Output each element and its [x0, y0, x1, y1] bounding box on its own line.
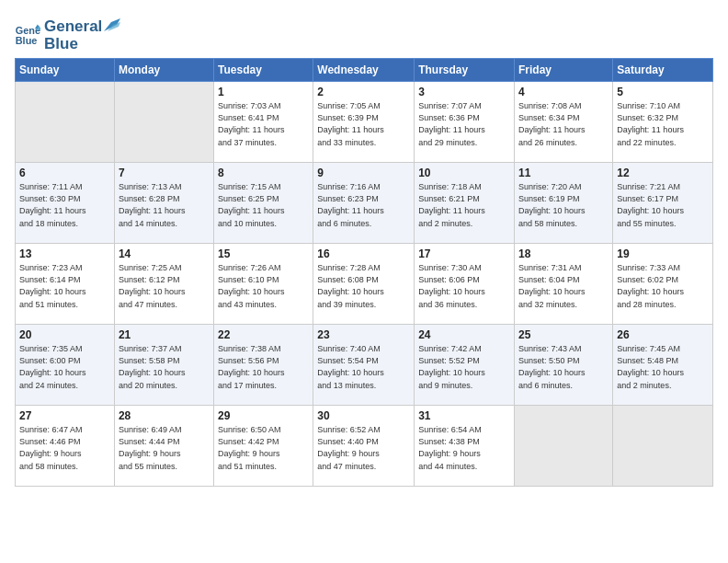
day-detail: Sunrise: 7:38 AM Sunset: 5:56 PM Dayligh…	[218, 343, 309, 391]
day-cell: 9Sunrise: 7:16 AM Sunset: 6:23 PM Daylig…	[313, 163, 415, 244]
day-number: 12	[617, 167, 709, 179]
day-detail: Sunrise: 6:52 AM Sunset: 4:40 PM Dayligh…	[317, 424, 410, 472]
day-cell	[114, 82, 213, 163]
day-cell: 13Sunrise: 7:23 AM Sunset: 6:14 PM Dayli…	[16, 244, 115, 325]
day-cell: 24Sunrise: 7:42 AM Sunset: 5:52 PM Dayli…	[415, 325, 515, 406]
day-number: 23	[317, 328, 410, 341]
weekday-header-saturday: Saturday	[613, 59, 713, 82]
day-cell: 22Sunrise: 7:38 AM Sunset: 5:56 PM Dayli…	[214, 325, 313, 406]
day-detail: Sunrise: 7:42 AM Sunset: 5:52 PM Dayligh…	[418, 343, 510, 391]
day-detail: Sunrise: 7:35 AM Sunset: 6:00 PM Dayligh…	[19, 343, 110, 391]
day-detail: Sunrise: 7:18 AM Sunset: 6:21 PM Dayligh…	[418, 181, 510, 229]
day-number: 24	[418, 328, 510, 341]
day-number: 22	[218, 328, 309, 341]
weekday-header-wednesday: Wednesday	[313, 59, 415, 82]
day-detail: Sunrise: 7:25 AM Sunset: 6:12 PM Dayligh…	[119, 262, 210, 310]
logo-text-general: General	[44, 18, 120, 36]
day-number: 2	[317, 86, 410, 98]
day-cell: 26Sunrise: 7:45 AM Sunset: 5:48 PM Dayli…	[613, 325, 713, 406]
day-detail: Sunrise: 7:28 AM Sunset: 6:08 PM Dayligh…	[317, 262, 410, 310]
day-cell: 29Sunrise: 6:50 AM Sunset: 4:42 PM Dayli…	[214, 406, 313, 487]
day-cell: 7Sunrise: 7:13 AM Sunset: 6:28 PM Daylig…	[114, 163, 213, 244]
day-detail: Sunrise: 7:10 AM Sunset: 6:32 PM Dayligh…	[617, 100, 709, 148]
day-cell: 10Sunrise: 7:18 AM Sunset: 6:21 PM Dayli…	[415, 163, 515, 244]
day-cell: 14Sunrise: 7:25 AM Sunset: 6:12 PM Dayli…	[114, 244, 213, 325]
day-detail: Sunrise: 7:45 AM Sunset: 5:48 PM Dayligh…	[617, 343, 709, 391]
day-cell: 23Sunrise: 7:40 AM Sunset: 5:54 PM Dayli…	[313, 325, 415, 406]
day-cell: 4Sunrise: 7:08 AM Sunset: 6:34 PM Daylig…	[515, 82, 613, 163]
day-number: 7	[119, 167, 210, 179]
day-cell: 2Sunrise: 7:05 AM Sunset: 6:39 PM Daylig…	[313, 82, 415, 163]
week-row-4: 20Sunrise: 7:35 AM Sunset: 6:00 PM Dayli…	[16, 325, 713, 406]
day-cell: 17Sunrise: 7:30 AM Sunset: 6:06 PM Dayli…	[415, 244, 515, 325]
day-number: 14	[119, 247, 210, 260]
day-detail: Sunrise: 7:21 AM Sunset: 6:17 PM Dayligh…	[617, 181, 709, 229]
day-number: 6	[19, 167, 110, 179]
day-detail: Sunrise: 7:05 AM Sunset: 6:39 PM Dayligh…	[317, 100, 410, 148]
weekday-header-row: SundayMondayTuesdayWednesdayThursdayFrid…	[16, 59, 713, 82]
calendar-container: General Blue General Blue	[0, 0, 728, 494]
day-detail: Sunrise: 6:49 AM Sunset: 4:44 PM Dayligh…	[119, 424, 210, 472]
day-cell: 28Sunrise: 6:49 AM Sunset: 4:44 PM Dayli…	[114, 406, 213, 487]
day-detail: Sunrise: 7:33 AM Sunset: 6:02 PM Dayligh…	[617, 262, 709, 310]
day-detail: Sunrise: 7:16 AM Sunset: 6:23 PM Dayligh…	[317, 181, 410, 229]
day-cell: 20Sunrise: 7:35 AM Sunset: 6:00 PM Dayli…	[16, 325, 115, 406]
day-cell: 30Sunrise: 6:52 AM Sunset: 4:40 PM Dayli…	[313, 406, 415, 487]
logo: General Blue General Blue	[15, 18, 120, 52]
day-cell: 21Sunrise: 7:37 AM Sunset: 5:58 PM Dayli…	[114, 325, 213, 406]
day-number: 26	[617, 328, 709, 341]
weekday-header-tuesday: Tuesday	[214, 59, 313, 82]
week-row-5: 27Sunrise: 6:47 AM Sunset: 4:46 PM Dayli…	[16, 406, 713, 487]
day-number: 11	[518, 167, 609, 179]
day-number: 5	[617, 86, 709, 98]
day-detail: Sunrise: 7:23 AM Sunset: 6:14 PM Dayligh…	[19, 262, 110, 310]
week-row-2: 6Sunrise: 7:11 AM Sunset: 6:30 PM Daylig…	[16, 163, 713, 244]
day-detail: Sunrise: 7:26 AM Sunset: 6:10 PM Dayligh…	[218, 262, 309, 310]
svg-text:Blue: Blue	[16, 35, 38, 46]
day-number: 13	[19, 247, 110, 260]
header: General Blue General Blue	[15, 15, 713, 52]
day-detail: Sunrise: 7:15 AM Sunset: 6:25 PM Dayligh…	[218, 181, 309, 229]
day-cell: 27Sunrise: 6:47 AM Sunset: 4:46 PM Dayli…	[16, 406, 115, 487]
day-number: 29	[218, 409, 309, 422]
day-number: 21	[119, 328, 210, 341]
week-row-1: 1Sunrise: 7:03 AM Sunset: 6:41 PM Daylig…	[16, 82, 713, 163]
day-number: 10	[418, 167, 510, 179]
day-cell: 11Sunrise: 7:20 AM Sunset: 6:19 PM Dayli…	[515, 163, 613, 244]
day-cell: 12Sunrise: 7:21 AM Sunset: 6:17 PM Dayli…	[613, 163, 713, 244]
day-cell: 25Sunrise: 7:43 AM Sunset: 5:50 PM Dayli…	[515, 325, 613, 406]
day-number: 9	[317, 167, 410, 179]
day-detail: Sunrise: 7:37 AM Sunset: 5:58 PM Dayligh…	[119, 343, 210, 391]
day-number: 4	[518, 86, 609, 98]
day-number: 31	[418, 409, 510, 422]
day-number: 25	[518, 328, 609, 341]
day-detail: Sunrise: 7:40 AM Sunset: 5:54 PM Dayligh…	[317, 343, 410, 391]
day-number: 30	[317, 409, 410, 422]
day-cell: 15Sunrise: 7:26 AM Sunset: 6:10 PM Dayli…	[214, 244, 313, 325]
day-detail: Sunrise: 7:11 AM Sunset: 6:30 PM Dayligh…	[19, 181, 110, 229]
day-number: 8	[218, 167, 309, 179]
weekday-header-friday: Friday	[515, 59, 613, 82]
day-number: 19	[617, 247, 709, 260]
day-cell: 6Sunrise: 7:11 AM Sunset: 6:30 PM Daylig…	[16, 163, 115, 244]
day-cell: 1Sunrise: 7:03 AM Sunset: 6:41 PM Daylig…	[214, 82, 313, 163]
day-cell: 3Sunrise: 7:07 AM Sunset: 6:36 PM Daylig…	[415, 82, 515, 163]
day-number: 28	[119, 409, 210, 422]
day-number: 20	[19, 328, 110, 341]
day-cell: 8Sunrise: 7:15 AM Sunset: 6:25 PM Daylig…	[214, 163, 313, 244]
day-number: 27	[19, 409, 110, 422]
logo-wing-icon	[104, 18, 120, 31]
day-cell	[613, 406, 713, 487]
calendar-table: SundayMondayTuesdayWednesdayThursdayFrid…	[15, 58, 713, 487]
logo-icon: General Blue	[15, 23, 40, 49]
week-row-3: 13Sunrise: 7:23 AM Sunset: 6:14 PM Dayli…	[16, 244, 713, 325]
weekday-header-monday: Monday	[114, 59, 213, 82]
day-number: 1	[218, 86, 309, 98]
day-detail: Sunrise: 6:47 AM Sunset: 4:46 PM Dayligh…	[19, 424, 110, 472]
day-number: 17	[418, 247, 510, 260]
day-cell	[515, 406, 613, 487]
day-cell: 16Sunrise: 7:28 AM Sunset: 6:08 PM Dayli…	[313, 244, 415, 325]
day-cell: 18Sunrise: 7:31 AM Sunset: 6:04 PM Dayli…	[515, 244, 613, 325]
day-detail: Sunrise: 6:54 AM Sunset: 4:38 PM Dayligh…	[418, 424, 510, 472]
weekday-header-thursday: Thursday	[415, 59, 515, 82]
